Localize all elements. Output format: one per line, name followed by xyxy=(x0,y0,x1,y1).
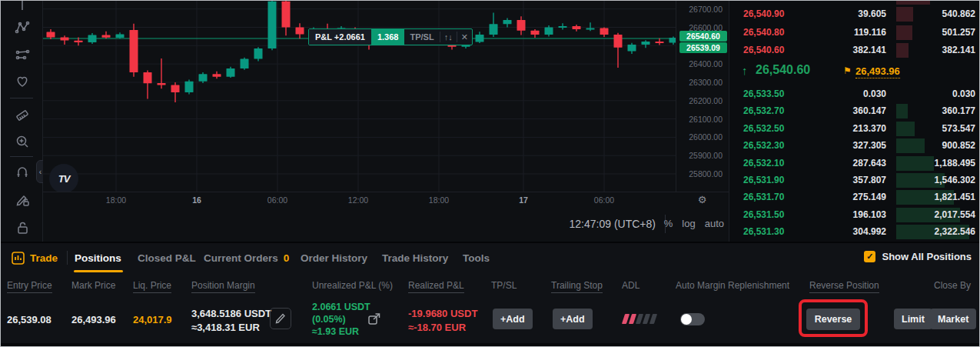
bid-price: 26,531.90 xyxy=(743,175,784,185)
header-entry-price[interactable]: Entry Price xyxy=(7,280,52,293)
bid-row[interactable]: 26,531.50196.1032,017.554 xyxy=(729,206,980,224)
tab-current-orders[interactable]: Current Orders0 xyxy=(204,243,289,272)
orderbook-mid-row: ↑ 26,540.60 ⚑ 26,493.96 xyxy=(729,61,980,84)
tradingview-logo: TV xyxy=(49,164,78,192)
drawing-lock-icon[interactable] xyxy=(12,190,32,210)
price-axis-label: 26000.00 xyxy=(689,132,723,142)
checkbox-checked-icon[interactable]: ✓ xyxy=(864,251,875,262)
clock: 12:47:09 (UTC+8) xyxy=(570,218,656,230)
close-market-button[interactable]: Market xyxy=(930,309,976,329)
tab-positions[interactable]: Positions xyxy=(75,243,121,272)
ask-price: 26,540.60 xyxy=(743,45,784,55)
mark-price-flag-icon: ⚑ xyxy=(843,65,852,76)
ask-qty: 39.605 xyxy=(858,8,886,19)
bid-row[interactable]: 26,531.90357.8071,546.302 xyxy=(729,172,980,189)
tpsl-add-button[interactable]: +Add xyxy=(493,309,533,329)
trade-chart-icon xyxy=(12,252,25,265)
header-mark-price: Mark Price xyxy=(71,280,115,291)
trailing-stop-add-button[interactable]: +Add xyxy=(553,309,593,329)
bid-qty: 304.992 xyxy=(853,226,886,237)
bid-depth-bar xyxy=(896,156,934,171)
bid-row[interactable]: 26,532.70360.147360.177 xyxy=(729,102,980,120)
bid-total: 2,322.546 xyxy=(935,226,975,237)
bid-total: 0.030 xyxy=(952,88,975,99)
price-axis-label: 25800.00 xyxy=(689,169,723,179)
time-axis-label: 17 xyxy=(519,195,528,205)
lock-all-icon[interactable] xyxy=(12,218,32,238)
price-axis[interactable]: 26540.60 26539.09 26700.0026600.0026400.… xyxy=(676,1,729,192)
auto-scale-button[interactable]: auto xyxy=(705,218,724,229)
show-all-positions[interactable]: ✓ Show All Positions xyxy=(864,251,972,262)
tab-tools[interactable]: Tools xyxy=(463,243,490,272)
price-axis-label: 26300.00 xyxy=(689,78,723,87)
ask-qty: 119.116 xyxy=(854,27,886,38)
header-position-margin[interactable]: Position Margin xyxy=(191,280,255,293)
trading-screenshot: ‹ P&L +2.0661 1.368 TP/SL ↑↓ ✕ TV 26540.… xyxy=(0,0,980,347)
close-icon[interactable]: ✕ xyxy=(457,32,472,42)
mark-price-value[interactable]: 26,493.96 xyxy=(855,65,900,78)
header-reverse-position[interactable]: Reverse Position xyxy=(809,280,879,293)
bid-row[interactable]: 26,531.30304.9922,322.546 xyxy=(729,223,980,241)
percent-scale-button[interactable]: % xyxy=(664,218,673,229)
ask-total: 382.141 xyxy=(942,45,975,55)
bid-price: 26,532.50 xyxy=(743,123,784,134)
bid-row[interactable]: 26,533.500.0300.030 xyxy=(729,85,980,103)
header-trailing-stop[interactable]: Trailing Stop xyxy=(551,280,603,293)
edit-margin-button[interactable] xyxy=(270,308,291,329)
bid-row[interactable]: 26,532.30327.305900.852 xyxy=(729,137,980,155)
ask-row[interactable]: 26,540.9039.605540.862 xyxy=(729,5,980,23)
price-axis-label: 26700.00 xyxy=(689,5,723,14)
ask-depth-bar xyxy=(896,43,909,58)
pnl-value: P&L +2.0661 xyxy=(309,29,371,45)
log-scale-button[interactable]: log xyxy=(682,218,695,229)
header-liq-price[interactable]: Liq. Price xyxy=(133,280,171,293)
ruler-icon[interactable] xyxy=(12,105,32,125)
header-realized-pnl[interactable]: Realized P&L xyxy=(408,280,464,293)
bid-price: 26,531.70 xyxy=(743,192,784,202)
close-limit-button[interactable]: Limit xyxy=(894,309,932,329)
rpnl-usdt: -19.9680 USDT xyxy=(408,307,477,321)
candlestick-chart[interactable]: P&L +2.0661 1.368 TP/SL ↑↓ ✕ TV xyxy=(43,1,676,192)
xabcd-pattern-icon[interactable] xyxy=(12,18,32,38)
time-axis-label: 18:00 xyxy=(106,195,126,205)
magnet-icon[interactable] xyxy=(12,162,32,182)
cursor-tool-icon[interactable] xyxy=(12,0,32,15)
bid-depth-bar xyxy=(896,138,925,153)
margin-usdt: 3,648.5186 USDT xyxy=(191,307,271,321)
forecast-tool-icon[interactable] xyxy=(12,45,32,65)
bid-row[interactable]: 26,532.10287.6431,188.495 xyxy=(729,155,980,172)
realized-pnl-value: -19.9680 USDT ≈-18.70 EUR xyxy=(408,307,477,335)
adl-indicator xyxy=(623,314,656,324)
bid-row[interactable]: 26,532.50213.370573.547 xyxy=(729,120,980,138)
bid-total: 1,546.302 xyxy=(935,175,975,185)
reverse-arrows-icon[interactable]: ↑↓ xyxy=(440,32,457,42)
reverse-position-button[interactable]: Reverse xyxy=(806,309,860,330)
bid-total: 2,017.554 xyxy=(935,209,975,220)
toolbar-divider xyxy=(10,156,33,157)
liq-price-value: 24,017.9 xyxy=(133,314,172,325)
auto-margin-toggle[interactable] xyxy=(680,313,705,325)
header-tpsl: TP/SL xyxy=(491,280,517,291)
tab-order-history[interactable]: Order History xyxy=(301,243,367,272)
time-axis-label: 16 xyxy=(192,195,201,205)
bid-row[interactable]: 26,531.70275.1491,821.451 xyxy=(729,189,980,206)
last-price-badge: 26540.60 xyxy=(679,31,727,42)
toggle-knob xyxy=(681,314,692,325)
tpsl-link[interactable]: TP/SL xyxy=(404,32,439,42)
bid-total: 1,821.451 xyxy=(935,192,975,202)
show-all-label: Show All Positions xyxy=(882,251,972,262)
tab-closed-pnl[interactable]: Closed P&L xyxy=(138,243,196,272)
price-direction-up-icon: ↑ xyxy=(742,64,748,77)
favorites-heart-icon[interactable] xyxy=(12,72,32,92)
share-pnl-icon[interactable] xyxy=(367,312,381,326)
unrealized-pnl-value: 2.0661 USDT (0.05%) ≈1.93 EUR xyxy=(312,301,370,338)
zoom-in-icon[interactable] xyxy=(12,132,32,152)
tab-trade[interactable]: Trade xyxy=(12,243,58,272)
axis-settings-gear-icon[interactable]: ⚙ xyxy=(676,192,729,207)
tab-trade-history[interactable]: Trade History xyxy=(382,243,448,272)
ask-row[interactable]: 26,540.60382.141382.141 xyxy=(729,42,980,59)
tab-label: Trade xyxy=(30,252,58,264)
order-book[interactable]: 26,540.9039.605540.86226,540.80119.11650… xyxy=(729,1,980,242)
ask-row[interactable]: 26,540.80119.116501.257 xyxy=(729,24,980,42)
time-axis[interactable]: 18:001606:0012:0018:001706:0012:0 xyxy=(43,192,676,207)
